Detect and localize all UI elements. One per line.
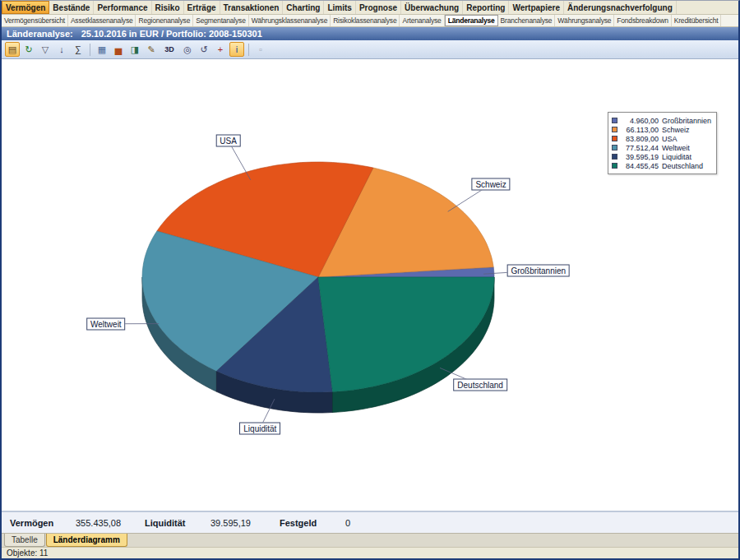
pie-label-liquidit-t[interactable]: Liquidität [239, 422, 280, 434]
legend-value: 84.455,45 [621, 162, 659, 170]
legend-label: USA [662, 135, 678, 143]
bottom-tab-bar: TabelleLänderdiagramm [2, 533, 738, 547]
menu-item-ertr-ge[interactable]: Erträge [184, 1, 220, 14]
print-icon[interactable]: ▤ [5, 42, 20, 57]
menu-item-nderungsnachverfolgung[interactable]: Änderungsnachverfolgung [564, 1, 677, 14]
menu-item-berwachung[interactable]: Überwachung [401, 1, 463, 14]
summary-festgeld: Festgeld0 [280, 518, 396, 528]
menu-item-transaktionen[interactable]: Transaktionen [220, 1, 284, 14]
menu-item-wertpapiere[interactable]: Wertpapiere [509, 1, 564, 14]
3d-toggle-icon[interactable]: 3D [160, 42, 178, 57]
add-icon[interactable]: + [213, 42, 228, 57]
menu-item-performance[interactable]: Performance [94, 1, 151, 14]
menu-item-limits[interactable]: Limits [324, 1, 355, 14]
chart-legend: 4.960,00Großbritannien66.113,00Schweiz83… [608, 112, 717, 174]
rotate-icon[interactable]: ↺ [197, 42, 211, 57]
chart-bar-icon[interactable]: ▅ [111, 42, 126, 57]
bottom-tab-tabelle[interactable]: Tabelle [4, 534, 45, 547]
summary-value: 39.595,19 [210, 518, 261, 528]
summary-label: Liquidität [145, 518, 191, 528]
pie-slice[interactable] [318, 277, 494, 392]
subtab-w-hrungsklassenanalyse[interactable]: Währungsklassenanalyse [249, 15, 331, 26]
legend-label: Deutschland [662, 162, 703, 170]
menu-item-verm-gen[interactable]: Vermögen [2, 1, 49, 14]
legend-swatch [612, 127, 617, 132]
summary-value: 0 [345, 518, 396, 528]
subtab-l-nderanalyse[interactable]: Länderanalyse [445, 15, 498, 26]
subtab-artenanalyse[interactable]: Artenanalyse [400, 15, 444, 26]
status-bar: Objekte: 11 [2, 547, 738, 558]
subtab-verm-gens-bersicht[interactable]: Vermögensübersicht [2, 15, 68, 26]
legend-value: 66.113,00 [621, 126, 659, 134]
legend-swatch [612, 136, 617, 141]
pie-label-schweiz[interactable]: Schweiz [471, 178, 510, 190]
subtab-assetklassenanalyse[interactable]: Assetklassenanalyse [68, 15, 136, 26]
legend-item: 77.512,44Weltweit [612, 143, 711, 152]
legend-item: 83.809,00USA [612, 134, 711, 143]
page-title: Länderanalyse: [7, 29, 73, 39]
pie-label-gro-britannien[interactable]: Großbritannien [506, 265, 570, 277]
chart-area: 4.960,00Großbritannien66.113,00Schweiz83… [2, 59, 738, 511]
legend-item: 39.595,19Liquidität [612, 152, 711, 161]
menu-item-reporting[interactable]: Reporting [463, 1, 509, 14]
summary-value: 355.435,08 [76, 518, 127, 528]
pie-label-weltweit[interactable]: Weltweit [86, 317, 126, 330]
extra-icon: ▫ [253, 42, 268, 57]
legend-label: Schweiz [662, 126, 690, 134]
refresh-icon[interactable]: ↻ [21, 42, 36, 57]
legend-value: 77.512,44 [621, 144, 659, 152]
bottom-tab-l-nderdiagramm[interactable]: Länderdiagramm [46, 534, 127, 547]
toolbar-separator [90, 44, 90, 56]
legend-label: Großbritannien [662, 117, 711, 125]
application-window: VermögenBeständePerformanceRisikoErträge… [0, 0, 740, 560]
title-bar: Länderanalyse: 25.10.2016 in EUR / Portf… [2, 27, 738, 40]
subtab-regionenanalyse[interactable]: Regionenanalyse [136, 15, 193, 26]
table-view-icon[interactable]: ▦ [95, 42, 109, 57]
menu-item-risiko[interactable]: Risiko [152, 1, 184, 14]
chart-export-icon[interactable]: ◨ [127, 42, 142, 57]
legend-swatch [612, 154, 617, 160]
legend-swatch [612, 145, 617, 150]
legend-value: 39.595,19 [621, 153, 659, 161]
pie-label-deutschland[interactable]: Deutschland [453, 379, 507, 391]
subtab-segmentanalyse[interactable]: Segmentanalyse [193, 15, 249, 26]
subtab-bar: VermögensübersichtAssetklassenanalyseReg… [2, 15, 738, 27]
legend-item: 66.113,00Schweiz [612, 125, 711, 134]
summary-label: Festgeld [280, 518, 326, 528]
menu-item-best-nde[interactable]: Bestände [49, 1, 94, 14]
info-icon[interactable]: i [229, 42, 244, 57]
summary-label: Vermögen [10, 518, 56, 528]
sum-icon[interactable]: ∑ [71, 42, 86, 57]
summary-liquidit-t: Liquidität39.595,19 [145, 518, 261, 528]
subtab-fondsbreakdown[interactable]: Fondsbreakdown [614, 15, 671, 26]
legend-item: 84.455,45Deutschland [612, 161, 711, 170]
toolbar-separator [248, 44, 249, 56]
filter-icon[interactable]: ▽ [38, 42, 53, 57]
legend-value: 83.809,00 [621, 135, 659, 143]
subtab-kredit-bersicht[interactable]: Kreditübersicht [672, 15, 722, 26]
legend-swatch [612, 118, 617, 123]
subtab-branchenanalyse[interactable]: Branchenanalyse [498, 15, 556, 26]
object-count: Objekte: 11 [7, 548, 48, 558]
summary-verm-gen: Vermögen355.435,08 [10, 518, 127, 528]
sort-desc-icon[interactable]: ↓ [54, 42, 69, 57]
summary-bar: Vermögen355.435,08Liquidität39.595,19Fes… [2, 511, 738, 533]
subtab-w-hrungsanalyse[interactable]: Währungsanalyse [555, 15, 614, 26]
pie-label-usa[interactable]: USA [215, 134, 241, 146]
legend-swatch [612, 163, 617, 169]
legend-label: Weltweit [662, 144, 690, 152]
legend-label: Liquidität [662, 153, 691, 161]
menu-bar: VermögenBeständePerformanceRisikoErträge… [2, 1, 738, 15]
legend-item: 4.960,00Großbritannien [612, 116, 711, 125]
page-subtitle: 25.10.2016 in EUR / Portfolio: 2008-1503… [81, 29, 262, 39]
subtab-risikoklassenanalyse[interactable]: Risikoklassenanalyse [331, 15, 400, 26]
toolbar: ▤↻▽↓∑▦▅◨✎3D◎↺+i▫ [2, 40, 738, 59]
menu-item-charting[interactable]: Charting [283, 1, 324, 14]
legend-value: 4.960,00 [621, 117, 659, 125]
zoom-icon[interactable]: ◎ [180, 42, 195, 57]
chart-edit-icon[interactable]: ✎ [144, 42, 159, 57]
menu-item-prognose[interactable]: Prognose [356, 1, 401, 14]
